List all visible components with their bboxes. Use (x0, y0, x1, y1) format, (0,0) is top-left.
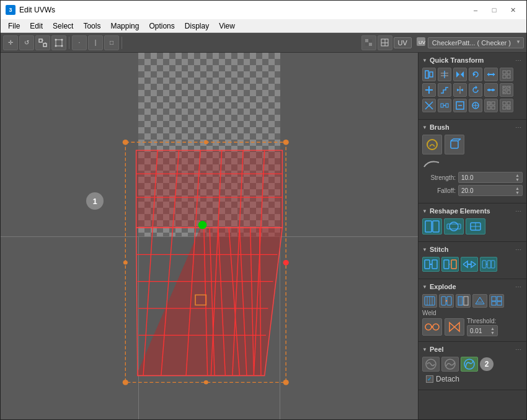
strength-row: Strength: 10.0 ▲▼ (422, 172, 523, 183)
rotate-tool-btn[interactable]: ↺ (19, 35, 34, 50)
stitch-section: ▼ Stitch ⋯ (418, 242, 526, 279)
detach-checkbox[interactable]: ✓ (426, 375, 433, 383)
weld-btn1[interactable] (422, 318, 442, 336)
qt-grid2-btn[interactable] (500, 83, 513, 97)
explode-btn2[interactable] (439, 294, 454, 308)
threshold-input[interactable]: 0.01 ▲▼ (467, 325, 498, 336)
poly-mode-btn[interactable]: □ (104, 35, 119, 50)
menu-options[interactable]: Options (144, 20, 179, 32)
falloff-input[interactable]: 20.0 ▲▼ (458, 185, 523, 196)
explode-btn5[interactable] (489, 294, 504, 308)
menu-select[interactable]: Select (48, 20, 78, 32)
svg-rect-102 (507, 106, 510, 109)
peel-btn2[interactable] (441, 357, 459, 372)
strength-input[interactable]: 10.0 ▲▼ (458, 172, 523, 183)
peel-arrow-icon: ▼ (422, 347, 427, 352)
explode-header[interactable]: ▼ Explode ⋯ (418, 282, 526, 292)
svg-point-143 (425, 324, 432, 330)
scale-tool-btn[interactable] (35, 35, 50, 50)
peel-btn3-active[interactable] (461, 357, 478, 372)
brush-3d-btn[interactable] (445, 135, 464, 154)
qt-scale2-btn[interactable] (422, 99, 436, 112)
reshape-header[interactable]: ▼ Reshape Elements ⋯ (418, 206, 526, 216)
qt-step2-btn[interactable] (438, 83, 451, 97)
qt-align2-btn[interactable] (422, 83, 436, 97)
svg-rect-68 (507, 75, 510, 78)
brush-relax-btn[interactable] (422, 135, 442, 154)
detach-label: Detach (436, 375, 459, 383)
menu-mapping[interactable]: Mapping (105, 20, 144, 32)
explode-btn4[interactable] (472, 294, 487, 308)
qt-flip2-btn[interactable] (453, 83, 467, 97)
explode-btn1[interactable] (422, 294, 437, 308)
checker-dropdown[interactable]: CheckerPatt... ( Checker ) ▼ (428, 37, 524, 48)
move-tool-btn[interactable]: ✛ (3, 35, 18, 50)
checker-label: CheckerPatt... ( Checker ) (432, 39, 511, 47)
stitch-header[interactable]: ▼ Stitch ⋯ (418, 244, 526, 254)
menu-view[interactable]: View (214, 20, 240, 32)
vertex-mode-btn[interactable]: · (72, 35, 87, 50)
peel-badge-label: 2 (485, 360, 489, 369)
qt-row-1 (422, 68, 523, 81)
freeform-btn[interactable] (51, 35, 66, 50)
weld-threshold-row: Threshold: 0.01 ▲▼ (422, 318, 523, 336)
svg-rect-122 (482, 261, 486, 268)
app-icon: 3 (6, 5, 16, 15)
brush-section: ▼ Brush ⋯ (418, 120, 526, 203)
qt-grid4-btn[interactable] (500, 99, 513, 112)
explode-btn3[interactable] (456, 294, 471, 308)
reshape-btn3[interactable] (466, 218, 485, 235)
weld-btn2[interactable] (445, 318, 464, 336)
stitch-btn2[interactable] (441, 257, 459, 272)
svg-rect-42 (195, 295, 206, 305)
close-button[interactable]: ✕ (504, 4, 521, 16)
svg-rect-139 (492, 297, 496, 301)
window-title: Edit UVWs (19, 6, 467, 14)
peel-btn1[interactable] (422, 357, 440, 372)
menu-tools[interactable]: Tools (78, 20, 105, 32)
qt-align-btn[interactable] (422, 68, 436, 81)
stitch-row (422, 257, 523, 272)
qt-space-btn[interactable] (438, 99, 451, 112)
menu-file[interactable]: File (3, 20, 25, 32)
strength-spinner[interactable]: ▲▼ (515, 173, 520, 182)
qt-extra2-btn[interactable] (484, 83, 498, 97)
qt-rotate-90-btn[interactable] (469, 68, 482, 81)
qt-normalize-btn[interactable] (453, 99, 467, 112)
menu-edit[interactable]: Edit (25, 20, 48, 32)
qt-extra-btn1[interactable] (484, 68, 498, 81)
stitch-arrow-icon: ▼ (422, 247, 427, 252)
minimize-button[interactable]: – (467, 4, 484, 16)
qt-distribute-btn[interactable] (438, 68, 451, 81)
svg-rect-0 (39, 39, 42, 42)
maximize-button[interactable]: □ (485, 4, 503, 16)
stitch-btn3[interactable] (461, 257, 478, 272)
qt-grid-btn1[interactable] (500, 68, 513, 81)
edge-mode-btn[interactable]: | (88, 35, 103, 50)
peel-header[interactable]: ▼ Peel ⋯ (418, 344, 526, 354)
threshold-spinner[interactable]: ▲▼ (490, 326, 495, 335)
svg-point-44 (123, 140, 128, 145)
svg-rect-81 (507, 91, 510, 94)
menu-display[interactable]: Display (180, 20, 214, 32)
uv-checker-btn1[interactable] (361, 35, 376, 50)
stitch-btn4[interactable] (480, 257, 497, 272)
svg-marker-147 (454, 323, 459, 331)
qt-rotate2-btn[interactable] (469, 83, 482, 97)
quick-transform-section: ▼ Quick Transform ⋯ (418, 53, 526, 120)
qt-grid3-btn[interactable] (484, 99, 498, 112)
qt-flip-h-btn[interactable] (453, 68, 467, 81)
svg-point-76 (488, 89, 490, 91)
reshape-btn1[interactable] (422, 218, 442, 235)
uv-canvas[interactable]: 1 (1, 53, 418, 419)
brush-header[interactable]: ▼ Brush ⋯ (418, 122, 526, 132)
falloff-spinner[interactable]: ▲▼ (515, 186, 520, 195)
svg-point-51 (283, 260, 289, 266)
qt-extra3-btn[interactable] (469, 99, 482, 112)
reshape-arrow-icon: ▼ (422, 208, 427, 214)
quick-transform-header[interactable]: ▼ Quick Transform ⋯ (418, 55, 526, 65)
reshape-btn2[interactable] (444, 218, 464, 235)
stitch-btn1[interactable] (422, 257, 440, 272)
uv-checker-btn2[interactable] (378, 35, 392, 50)
svg-point-45 (283, 140, 289, 145)
